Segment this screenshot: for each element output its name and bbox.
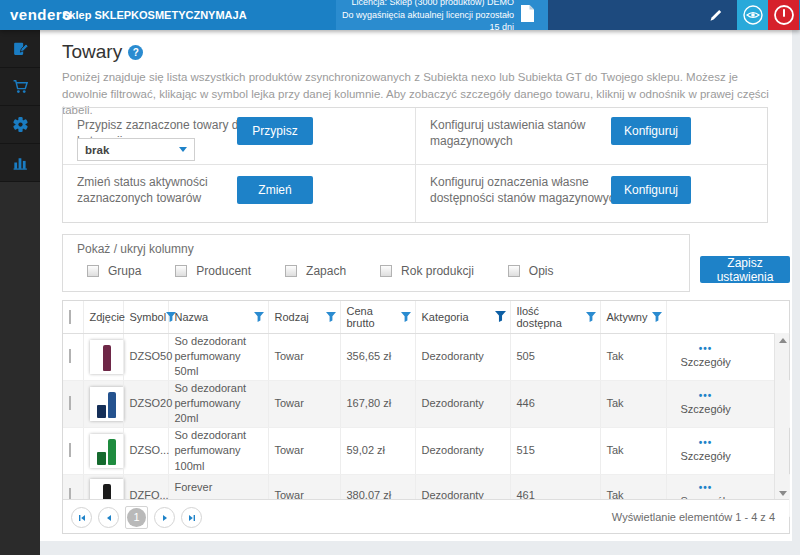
help-icon[interactable]: ?: [128, 45, 143, 60]
bottle-shape: [103, 345, 111, 371]
cell-price: 356,65 zł: [340, 333, 415, 380]
cell-symbol: DZSO...: [123, 427, 168, 474]
ellipsis-icon: •••: [681, 437, 731, 449]
row-checkbox[interactable]: [69, 396, 71, 410]
select-all-checkbox[interactable]: [69, 310, 71, 324]
products-table: Zdjęcie Symbol Nazwa Rodzaj Cena brutto …: [62, 300, 790, 534]
cell-price: 59,02 zł: [340, 427, 415, 474]
license-line2: Do wygaśnięcia aktualnej licencji pozost…: [336, 9, 514, 34]
sidebar-item-statistics[interactable]: [0, 144, 40, 182]
assign-button[interactable]: Przypisz: [237, 117, 313, 145]
column-toggle-grupa: Grupa: [87, 264, 141, 278]
ellipsis-icon: •••: [681, 390, 731, 402]
last-page-icon: [188, 514, 196, 522]
ellipsis-icon: •••: [681, 343, 731, 355]
edit-note-icon: [12, 40, 29, 57]
product-photo: [90, 340, 124, 374]
save-settings-button[interactable]: Zapisz ustawienia: [700, 256, 790, 283]
license-info-panel: Licencja: Sklep (3000 produktów) DEMO Do…: [336, 0, 548, 30]
cell-symbol: DZSO50: [123, 333, 168, 380]
details-link[interactable]: •••Szczegóły: [673, 390, 731, 417]
cell-name: So dezodorant perfumowany 100ml: [168, 427, 268, 474]
configure-availability-button[interactable]: Konfiguruj: [611, 176, 691, 204]
next-page-button[interactable]: [154, 507, 175, 528]
filter-funnel-icon-active[interactable]: [495, 311, 506, 322]
ellipsis-icon: •••: [681, 482, 731, 494]
table-row: DZSO... So dezodorant perfumowany 100ml …: [63, 427, 790, 474]
row-checkbox[interactable]: [69, 443, 71, 457]
change-status-section: Zmień status aktywności zaznaczonych tow…: [63, 165, 415, 222]
eye-icon: [742, 4, 764, 26]
edit-pencil-icon[interactable]: [703, 0, 729, 30]
sidebar-item-products[interactable]: [0, 30, 40, 68]
preview-shop-button[interactable]: [737, 0, 768, 30]
chevron-down-icon: [179, 147, 187, 152]
details-link[interactable]: •••Szczegóły: [673, 437, 731, 464]
scroll-up-arrow-icon[interactable]: [779, 338, 787, 343]
vendero-admin-window: vendero Sklep SKLEPKOSMETYCZNYMAJA Licen…: [0, 0, 800, 555]
content-card: Towary? Poniżej znajduje się lista wszys…: [40, 30, 792, 541]
items-summary: Wyświetlanie elementów 1 - 4 z 4: [612, 500, 775, 534]
last-page-button[interactable]: [181, 507, 202, 528]
scroll-down-arrow-icon[interactable]: [779, 491, 787, 496]
checkbox-grupa[interactable]: [87, 265, 99, 277]
stock-settings-label: Konfiguruj ustawienia stanów magazynowyc…: [430, 117, 630, 149]
stock-settings-section: Konfiguruj ustawienia stanów magazynowyc…: [416, 108, 767, 165]
category-select[interactable]: brak: [77, 138, 195, 161]
checkbox-producent[interactable]: [175, 265, 187, 277]
show-hide-columns-panel: Pokaż / ukryj kolumny Grupa Producent Za…: [62, 234, 690, 292]
license-document-icon[interactable]: [520, 4, 535, 27]
table-vertical-scrollbar[interactable]: [774, 333, 789, 501]
page-title: Towary?: [62, 41, 143, 63]
category-select-value: brak: [78, 144, 179, 156]
header-details: [666, 301, 790, 333]
previous-page-button[interactable]: [98, 507, 119, 528]
change-status-button[interactable]: Zmień: [237, 176, 313, 204]
license-line1: Licencja: Sklep (3000 produktów) DEMO: [336, 0, 514, 9]
logout-button[interactable]: [768, 0, 799, 30]
cell-quantity: 446: [510, 380, 600, 427]
details-link[interactable]: •••Szczegóły: [673, 343, 731, 370]
power-icon: [773, 4, 795, 26]
table-header-row: Zdjęcie Symbol Nazwa Rodzaj Cena brutto …: [63, 301, 790, 333]
sidebar-item-settings[interactable]: [0, 106, 40, 144]
checkbox-rok-produkcji[interactable]: [380, 265, 392, 277]
filter-funnel-icon[interactable]: [652, 312, 662, 322]
cell-active: Tak: [600, 427, 666, 474]
cell-name: So dezodorant perfumowany 20ml: [168, 380, 268, 427]
column-toggle-zapach: Zapach: [285, 264, 346, 278]
table-row: DZSO50 So dezodorant perfumowany 50ml To…: [63, 333, 790, 380]
assign-category-section: Przypisz zaznaczone towary do kategorii …: [63, 108, 415, 165]
availability-settings-section: Konfiguruj oznaczenia własne dostępności…: [416, 165, 767, 222]
column-toggle-opis: Opis: [508, 264, 554, 278]
checkbox-zapach[interactable]: [285, 265, 297, 277]
filter-funnel-icon[interactable]: [586, 312, 596, 322]
filter-funnel-icon[interactable]: [326, 312, 336, 322]
sidebar-item-orders[interactable]: [0, 68, 40, 106]
cell-quantity: 505: [510, 333, 600, 380]
column-toggle-producent: Producent: [175, 264, 251, 278]
first-page-button[interactable]: [71, 507, 92, 528]
cell-type: Towar: [268, 380, 340, 427]
availability-settings-label: Konfiguruj oznaczenia własne dostępności…: [430, 174, 630, 206]
table-footer: 1 Wyświetlanie elementów 1 - 4 z 4: [63, 499, 789, 533]
column-toggle-rok-produkcji: Rok produkcji: [380, 264, 474, 278]
main-content-area: Towary? Poniżej znajduje się lista wszys…: [40, 30, 800, 555]
checkbox-opis[interactable]: [508, 265, 520, 277]
bar-chart-icon: [12, 154, 29, 171]
cell-category: Dezodoranty: [415, 427, 510, 474]
current-page-button[interactable]: 1: [125, 506, 148, 529]
filter-funnel-icon[interactable]: [401, 312, 411, 322]
cell-category: Dezodoranty: [415, 380, 510, 427]
header-symbol: Symbol: [123, 301, 168, 333]
filter-funnel-icon[interactable]: [254, 312, 264, 322]
license-text: Licencja: Sklep (3000 produktów) DEMO Do…: [336, 0, 514, 34]
configure-stock-button[interactable]: Konfiguruj: [611, 117, 691, 145]
box-shape: [97, 405, 106, 418]
first-page-icon: [78, 514, 86, 522]
header-active: Aktywny: [600, 301, 666, 333]
header-type: Rodzaj: [268, 301, 340, 333]
row-checkbox[interactable]: [69, 349, 71, 363]
top-header-bar: vendero Sklep SKLEPKOSMETYCZNYMAJA Licen…: [0, 0, 800, 30]
current-page-number: 1: [127, 508, 146, 527]
